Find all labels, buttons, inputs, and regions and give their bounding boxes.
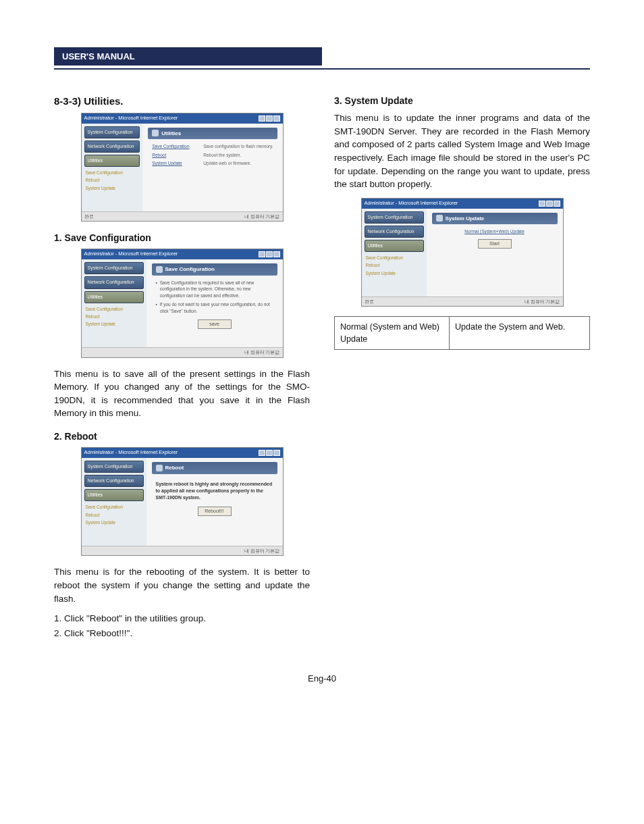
util-key[interactable]: Save Configuration [152,143,199,149]
sidebar-sub-reboot[interactable]: Reboot [84,313,144,320]
close-icon [273,450,280,456]
update-note: Normal (System+Web) Update [436,228,554,234]
sidebar-item-system[interactable]: System Configuration [84,461,144,473]
panel-icon [436,215,443,222]
sidebar-item-network[interactable]: Network Configuration [84,276,144,288]
page-footer: Eng-40 [54,673,590,684]
sidebar-sub-update[interactable]: System Update [84,320,144,328]
sidebar-item-network[interactable]: Network Configuration [84,475,144,487]
util-val: Save configuration to flash memory. [203,143,273,149]
sidebar-item-system[interactable]: System Configuration [84,262,144,274]
panel-main: Save Configuration • Save Configuration … [146,259,283,347]
min-icon [259,251,265,257]
window-title: Administrator - Microsoft Internet Explo… [84,449,178,457]
panel-icon [156,465,163,471]
status-bar: 내 컴퓨터 기본값 [82,546,283,555]
window-titlebar: Administrator - Microsoft Internet Explo… [362,199,563,209]
window-body: System Configuration Network Configurati… [82,259,283,347]
sidebar-item-network[interactable]: Network Configuration [84,140,140,153]
status-right: 내 컴퓨터 기본값 [244,349,280,355]
window-titlebar: Administrator - Microsoft Internet Explo… [82,448,283,458]
status-bar: 내 컴퓨터 기본값 [82,347,283,357]
util-key[interactable]: System Update [152,160,199,166]
sidebar-sub-save[interactable]: Save Configuration [365,254,424,261]
reboot-steps: 1. Click "Reboot" in the utilities group… [54,612,310,640]
reboot-button[interactable]: Reboot!!! [198,507,232,516]
window-body: System Configuration Network Configurati… [82,458,283,546]
sidebar-item-network[interactable]: Network Configuration [365,226,424,238]
panel-icon [156,266,163,273]
status-left: 완료 [365,299,374,305]
window-title: Administrator - Microsoft Internet Explo… [84,115,178,122]
panel-main: Reboot System reboot is highly and stron… [146,458,283,546]
panel-content: Normal (System+Web) Update Start [432,224,558,253]
bullet-icon: • [156,301,157,314]
sidebar-sub-update[interactable]: System Update [84,184,140,192]
sidebar-sub-update[interactable]: System Update [84,519,144,526]
window-buttons [539,201,560,207]
bullet: • Save Configuration is required to save… [156,280,273,299]
sidebar-item-utilities[interactable]: Utilities [84,155,140,167]
window-titlebar: Administrator - Microsoft Internet Explo… [82,249,283,259]
window-body: System Configuration Network Configurati… [82,124,283,211]
save-heading: 1. Save Configuration [54,231,310,244]
window-titlebar: Administrator - Microsoft Internet Explo… [82,113,283,124]
update-table: Normal (System and Web) Update Update th… [334,316,590,350]
update-mode: Normal (System and Web) Update [335,316,450,349]
sidebar-item-utilities[interactable]: Utilities [365,240,424,252]
sidebar: System Configuration Network Configurati… [362,209,427,297]
status-bar: 완료 내 컴퓨터 기본값 [362,297,563,306]
bullet-text: If you do not want to save your new conf… [160,301,273,314]
status-right: 내 컴퓨터 기본값 [244,548,280,554]
window-buttons [259,450,280,456]
util-row: System Update Update web or firmware. [152,160,273,166]
panel-main: Utilities Save Configuration Save config… [142,124,282,211]
sidebar-sub-save[interactable]: Save Configuration [84,503,144,511]
status-bar: 완료 내 컴퓨터 기본값 [82,211,283,221]
header-bar: USER'S MANUAL [54,47,322,66]
max-icon [266,450,273,456]
content-columns: 8-3-3) Utilities. Administrator - Micros… [54,94,590,646]
reboot-body: This menu is for the rebooting of the sy… [54,565,310,605]
sidebar-sub-reboot[interactable]: Reboot [84,511,144,519]
sidebar-sub-save[interactable]: Save Configuration [84,169,140,176]
table-row: Normal (System and Web) Update Update th… [335,316,590,349]
window-title: Administrator - Microsoft Internet Explo… [84,251,178,258]
max-icon [266,251,273,257]
close-icon [273,115,280,122]
step: 2. Click "Reboot!!!". [54,627,310,640]
sidebar-sub-reboot[interactable]: Reboot [84,176,140,184]
close-icon [554,201,560,207]
screenshot-save: Administrator - Microsoft Internet Explo… [81,249,284,357]
sidebar: System Configuration Network Configurati… [82,458,146,546]
sidebar-item-system[interactable]: System Configuration [365,211,424,224]
util-val: Update web or firmware. [203,160,273,166]
save-button[interactable]: save [198,319,232,329]
panel-head: System Update [432,213,558,225]
sidebar-item-utilities[interactable]: Utilities [84,291,144,303]
screenshot-utilities: Administrator - Microsoft Internet Explo… [81,113,284,222]
min-icon [259,115,265,122]
sidebar-item-utilities[interactable]: Utilities [84,489,144,501]
sidebar-sub-reboot[interactable]: Reboot [365,261,424,269]
panel-main: System Update Normal (System+Web) Update… [427,209,563,297]
page-number: Eng-40 [308,673,336,684]
step: 1. Click "Reboot" in the utilities group… [54,612,310,625]
util-key[interactable]: Reboot [152,152,199,158]
window-body: System Configuration Network Configurati… [362,209,563,297]
panel-content: Save Configuration Save configuration to… [148,139,277,172]
window-buttons [259,251,280,257]
sidebar-item-system[interactable]: System Configuration [84,126,140,138]
bullet: • If you do not want to save your new co… [156,301,273,314]
window-buttons [259,115,280,122]
util-val: Reboot the system. [203,152,273,158]
sidebar-sub-update[interactable]: System Update [365,269,424,277]
start-button[interactable]: Start [478,239,512,249]
header-rule [54,68,590,70]
min-icon [539,201,545,207]
sidebar-sub-save[interactable]: Save Configuration [84,305,144,313]
sidebar: System Configuration Network Configurati… [82,124,143,211]
left-column: 8-3-3) Utilities. Administrator - Micros… [54,94,310,646]
window-title: Administrator - Microsoft Internet Explo… [365,200,458,207]
manual-page: USER'S MANUAL 8-3-3) Utilities. Administ… [0,0,644,724]
